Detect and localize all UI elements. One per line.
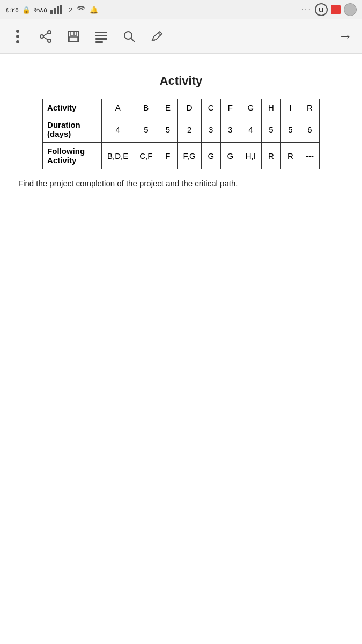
page-title: Activity xyxy=(16,64,346,93)
list-icon[interactable] xyxy=(93,28,109,45)
svg-line-22 xyxy=(158,33,161,35)
svg-point-20 xyxy=(124,32,132,39)
following-d: F,G xyxy=(178,143,201,169)
status-battery-icon: 🔒 xyxy=(22,6,31,14)
svg-line-10 xyxy=(43,33,48,36)
following-r: --- xyxy=(300,143,319,169)
duration-label: Duration (days) xyxy=(43,116,102,143)
header-b: B xyxy=(134,99,158,116)
share-icon[interactable] xyxy=(38,28,54,45)
dots-menu-icon[interactable] xyxy=(10,28,26,45)
svg-rect-18 xyxy=(95,38,107,40)
edit-icon[interactable] xyxy=(149,28,165,45)
status-alarm-icon: 🔔 xyxy=(90,6,98,14)
following-a: B,D,E xyxy=(102,143,134,169)
header-row: Activity A B E D C F G H I R xyxy=(43,99,320,116)
svg-point-8 xyxy=(40,35,43,38)
svg-rect-13 xyxy=(70,31,77,35)
duration-c: 3 xyxy=(201,116,220,143)
toolbar-right: → xyxy=(338,28,352,45)
svg-rect-17 xyxy=(95,35,107,36)
save-icon[interactable] xyxy=(65,28,82,45)
duration-g: 4 xyxy=(240,116,261,143)
toolbar: → xyxy=(0,19,362,54)
page-wrapper: ٤:٢٥ 🔒 %٨٥ 2 🔔 ·· xyxy=(0,0,362,644)
duration-e: 5 xyxy=(158,116,178,143)
svg-rect-0 xyxy=(50,10,53,14)
svg-rect-2 xyxy=(57,6,59,14)
activity-table: Activity A B E D C F G H I R Duration xyxy=(42,99,320,169)
following-label-line1: Following xyxy=(47,147,85,156)
next-arrow-icon[interactable]: → xyxy=(338,28,352,45)
header-d: D xyxy=(178,99,201,116)
status-network: 2 xyxy=(69,6,72,14)
svg-point-9 xyxy=(48,39,51,42)
status-battery: %٨٥ xyxy=(34,6,48,14)
duration-d: 2 xyxy=(178,116,201,143)
red-square-icon xyxy=(331,5,341,14)
status-wifi-icon xyxy=(76,5,86,15)
status-bar: ٤:٢٥ 🔒 %٨٥ 2 🔔 ·· xyxy=(0,0,362,19)
status-left: ٤:٢٥ 🔒 %٨٥ 2 🔔 xyxy=(5,4,98,16)
u-icon: U xyxy=(315,3,328,16)
svg-point-4 xyxy=(16,30,19,33)
profile-icon xyxy=(344,3,357,16)
following-row: Following Activity B,D,E C,F F F,G G G H… xyxy=(43,143,320,169)
following-h: R xyxy=(261,143,280,169)
duration-h: 5 xyxy=(261,116,280,143)
svg-point-5 xyxy=(16,35,19,38)
header-i: I xyxy=(280,99,300,116)
svg-point-6 xyxy=(16,40,19,43)
following-g: H,I xyxy=(240,143,261,169)
duration-label-line1: Duration xyxy=(47,120,80,129)
duration-f: 3 xyxy=(220,116,240,143)
svg-line-11 xyxy=(43,37,48,40)
following-label: Following Activity xyxy=(43,143,102,169)
search-icon[interactable] xyxy=(121,28,137,45)
svg-rect-1 xyxy=(54,8,56,14)
content-area: Activity Activity A B E D C F G H I R xyxy=(0,54,362,644)
status-time: ٤:٢٥ xyxy=(5,6,19,14)
following-label-line2: Activity xyxy=(47,156,76,165)
status-dots: ··· xyxy=(301,5,312,14)
status-right: ··· U xyxy=(301,3,357,16)
duration-a: 4 xyxy=(102,116,134,143)
svg-point-7 xyxy=(48,31,51,34)
svg-line-21 xyxy=(131,38,135,42)
toolbar-left xyxy=(10,28,165,45)
svg-rect-14 xyxy=(69,37,78,41)
header-g: G xyxy=(240,99,261,116)
header-a: A xyxy=(102,99,134,116)
caption-text: Find the project completion of the proje… xyxy=(18,179,346,188)
header-r: R xyxy=(300,99,319,116)
header-e: E xyxy=(158,99,178,116)
following-e: F xyxy=(158,143,178,169)
header-c: C xyxy=(201,99,220,116)
following-i: R xyxy=(280,143,300,169)
following-b: C,F xyxy=(134,143,158,169)
svg-rect-12 xyxy=(68,31,79,42)
duration-i: 5 xyxy=(280,116,300,143)
duration-b: 5 xyxy=(134,116,158,143)
following-c: G xyxy=(201,143,220,169)
header-h: H xyxy=(261,99,280,116)
duration-r: 6 xyxy=(300,116,319,143)
duration-label-line2: (days) xyxy=(47,129,71,138)
header-activity-label: Activity xyxy=(43,99,102,116)
duration-row: Duration (days) 4 5 5 2 3 3 4 5 5 6 xyxy=(43,116,320,143)
svg-rect-3 xyxy=(60,5,62,14)
svg-rect-19 xyxy=(95,41,103,43)
svg-rect-16 xyxy=(95,32,107,33)
status-signal xyxy=(50,4,65,16)
following-f: G xyxy=(220,143,240,169)
header-f: F xyxy=(220,99,240,116)
